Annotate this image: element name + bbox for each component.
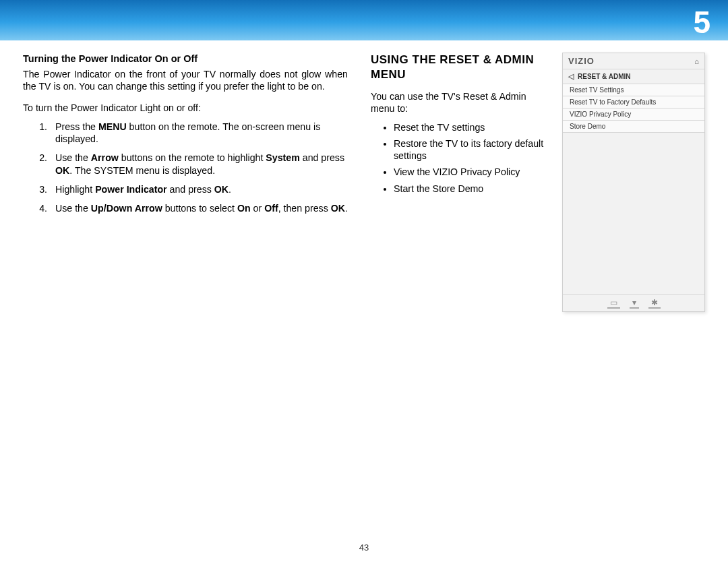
- right-text-block: USING THE RESET & ADMIN MENU You can use…: [371, 53, 546, 312]
- header-band: [0, 0, 728, 40]
- wide-icon: ▭: [607, 298, 620, 309]
- tv-menu-item: VIZIO Privacy Policy: [563, 108, 704, 121]
- chapter-number: 5: [693, 4, 710, 40]
- tv-menu-header: VIZIO ⌂: [563, 53, 704, 69]
- page-number: 43: [359, 542, 369, 553]
- manual-page: 5 Turning the Power Indicator On or Off …: [0, 0, 728, 562]
- bullet-item: Start the Store Demo: [394, 183, 546, 195]
- step-1: Press the MENU button on the remote. The…: [50, 121, 348, 145]
- step-3: Highlight Power Indicator and press OK.: [50, 183, 348, 195]
- gear-icon: ✱: [648, 298, 661, 309]
- right-bullets: Reset the TV settings Restore the TV to …: [371, 121, 546, 195]
- left-heading: Turning the Power Indicator On or Off: [23, 53, 348, 65]
- left-lead: To turn the Power Indicator Light on or …: [23, 102, 348, 114]
- bullet-item: View the VIZIO Privacy Policy: [394, 166, 546, 178]
- vizio-logo: VIZIO: [568, 56, 595, 66]
- left-intro: The Power Indicator on the front of your…: [23, 68, 348, 92]
- tv-menu-item: Reset TV Settings: [563, 84, 704, 96]
- home-icon: ⌂: [694, 57, 699, 65]
- content-columns: Turning the Power Indicator On or Off Th…: [23, 53, 705, 312]
- right-intro: You can use the TV's Reset & Admin menu …: [371, 90, 546, 115]
- tv-menu-title: RESET & ADMIN: [578, 73, 631, 80]
- chevron-down-icon: ▾: [630, 298, 639, 309]
- tv-menu-item: Reset TV to Factory Defaults: [563, 96, 704, 108]
- back-icon: ◁: [568, 72, 574, 81]
- bullet-item: Restore the TV to its factory default se…: [394, 137, 546, 162]
- tv-menu-empty-area: [563, 133, 704, 294]
- tv-menu-footer: ▭ ▾ ✱: [563, 294, 704, 311]
- steps-list: Press the MENU button on the remote. The…: [23, 121, 348, 214]
- left-column: Turning the Power Indicator On or Off Th…: [23, 53, 348, 312]
- step-2: Use the Arrow buttons on the remote to h…: [50, 152, 348, 176]
- step-4: Use the Up/Down Arrow buttons to select …: [50, 202, 348, 214]
- right-column: USING THE RESET & ADMIN MENU You can use…: [371, 53, 705, 312]
- bullet-item: Reset the TV settings: [394, 121, 546, 133]
- tv-menu-item: Store Demo: [563, 121, 704, 133]
- tv-menu-screenshot: VIZIO ⌂ ◁ RESET & ADMIN Reset TV Setting…: [562, 53, 705, 312]
- right-heading: USING THE RESET & ADMIN MENU: [371, 53, 546, 82]
- tv-menu-title-row: ◁ RESET & ADMIN: [563, 69, 704, 84]
